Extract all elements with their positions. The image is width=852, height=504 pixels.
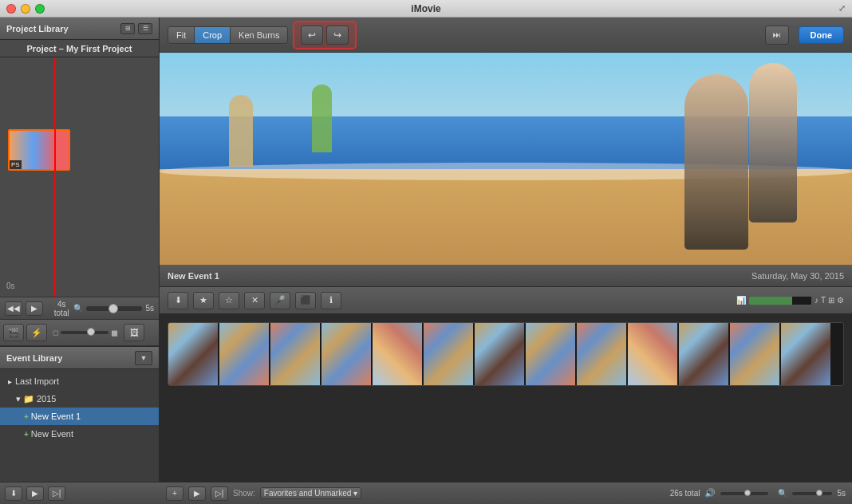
show-dropdown[interactable]: Favorites and Unmarked ▾: [260, 487, 362, 499]
photo-button[interactable]: 🖼: [124, 324, 144, 341]
add-media-button[interactable]: +: [166, 486, 183, 501]
rotate-box: ↩ ↪: [293, 21, 357, 49]
size-slider-track[interactable]: [61, 331, 108, 334]
film-strip[interactable]: [160, 314, 852, 504]
folder-icon: 📁: [23, 394, 34, 404]
main-layout: Project Library ⊞ ☰ Project – My First P…: [0, 18, 852, 504]
rotate-left-button[interactable]: ↩: [301, 26, 323, 45]
sidebar-item-new-event-1[interactable]: + New Event 1: [0, 408, 159, 425]
couple-silhouette: [684, 74, 748, 250]
sidebar-item-new-event[interactable]: + New Event: [0, 425, 159, 443]
time-zero: 0s: [6, 282, 15, 290]
import-button[interactable]: ⬇: [5, 486, 22, 501]
event-library-label: Event Library: [6, 353, 62, 363]
reject-button[interactable]: ✕: [244, 292, 265, 309]
skip-icon: ⏭: [773, 30, 781, 39]
film-frame-9: [577, 323, 626, 385]
year-2015-label: 2015: [37, 394, 56, 404]
fullscreen-button[interactable]: ⤢: [838, 3, 846, 14]
clip-adjust-button[interactable]: ⬛: [295, 292, 316, 309]
skip-forward-button[interactable]: ⏭: [765, 26, 789, 45]
music-icon: ♪: [815, 296, 818, 305]
event-library: Event Library ▼ ▸ Last Import ▾ 📁 2015 +…: [0, 346, 159, 504]
timeline-zoom-thumb: [816, 490, 822, 496]
film-frame-7: [475, 323, 524, 385]
film-frame-11: [679, 323, 728, 385]
rewind-button[interactable]: ◀◀: [5, 301, 22, 316]
size-slider-thumb: [87, 328, 95, 336]
info-button[interactable]: ℹ: [321, 292, 341, 309]
next-global-button[interactable]: ▷|: [211, 486, 228, 501]
event-area-date: Saturday, May 30, 2015: [751, 271, 844, 281]
slider-small-icon: ◻: [53, 329, 58, 337]
ken-burns-button[interactable]: Ken Burns: [231, 27, 287, 43]
chevron-right-icon: ▸: [8, 377, 12, 386]
close-button[interactable]: [6, 4, 16, 14]
event-library-collapse-button[interactable]: ▼: [135, 351, 152, 365]
thumbnail-badge: PS: [10, 160, 22, 169]
play-global-button[interactable]: ▶: [188, 486, 206, 501]
new-event-1-label: New Event 1: [31, 411, 81, 421]
preview-image: [160, 53, 852, 265]
film-frame-2: [219, 323, 269, 385]
project-library-label: Project Library: [6, 24, 69, 33]
volume-icon[interactable]: 🔊: [704, 488, 716, 498]
preview-video[interactable]: [160, 53, 852, 265]
event-area-name: New Event 1: [168, 271, 219, 281]
sidebar-item-last-import[interactable]: ▸ Last Import: [0, 372, 159, 390]
audio-button[interactable]: 🎤: [270, 292, 290, 309]
play-button[interactable]: ▶: [26, 301, 43, 316]
sidebar-item-2015[interactable]: ▾ 📁 2015: [0, 390, 159, 408]
project-library-bar: Project Library ⊞ ☰: [0, 18, 159, 40]
window-title: iMovie: [411, 3, 440, 14]
project-area: PS 0s: [0, 57, 159, 297]
person-1: [229, 95, 253, 167]
minimize-button[interactable]: [21, 4, 30, 14]
playback-total: 4s total: [53, 300, 70, 317]
timeline-5s-label: 5s: [145, 304, 154, 313]
left-bottom-bar: ⬇ ▶ ▷|: [0, 482, 160, 504]
event-library-header: Event Library ▼: [0, 347, 159, 369]
grid-view-button[interactable]: ⊞: [120, 23, 135, 34]
dropdown-arrow-icon: ▾: [353, 489, 357, 498]
timeline-zoom-slider[interactable]: [792, 492, 832, 495]
zoom-slider[interactable]: [86, 306, 142, 311]
volume-bar[interactable]: [748, 296, 812, 305]
rotate-right-button[interactable]: ↪: [326, 26, 349, 45]
global-volume-slider[interactable]: [720, 492, 768, 495]
clip-button[interactable]: 🎬: [3, 324, 24, 341]
import-event-button[interactable]: ⬇: [168, 292, 188, 309]
project-title-bar: Project – My First Project: [0, 40, 159, 57]
done-button[interactable]: Done: [799, 26, 845, 44]
playhead-line: [54, 57, 56, 297]
next-frame-button[interactable]: ▷|: [48, 486, 65, 501]
folder-chevron-icon: ▾: [16, 394, 21, 404]
settings-icon: ⚙: [837, 296, 844, 305]
total-time-label: 26s total: [670, 489, 700, 498]
new-event-label: New Event: [31, 429, 73, 439]
clip-size-slider: ◻ ◼: [53, 328, 118, 338]
list-view-button[interactable]: ☰: [138, 23, 152, 34]
event-toolbar: ⬇ ★ ☆ ✕ 🎤 ⬛ ℹ 📊 ♪ T ⊞ ⚙: [160, 287, 852, 314]
unmark-button[interactable]: ☆: [219, 292, 239, 309]
slider-large-icon: ◼: [111, 328, 118, 338]
crop-button[interactable]: Crop: [195, 27, 231, 43]
fit-button[interactable]: Fit: [168, 27, 195, 43]
show-dropdown-label: Favorites and Unmarked: [264, 489, 352, 498]
connect-button[interactable]: ⚡: [26, 324, 47, 341]
project-thumbnail[interactable]: PS: [8, 129, 70, 171]
crop-button-group: Fit Crop Ken Burns: [168, 26, 288, 44]
plus-icon-2: +: [24, 430, 29, 439]
mark-favorite-button[interactable]: ★: [193, 292, 214, 309]
left-toolbar-row: 🎬 ⚡ ◻ ◼ 🖼: [0, 319, 159, 346]
left-panel: Project Library ⊞ ☰ Project – My First P…: [0, 18, 160, 504]
event-area-header: New Event 1 Saturday, May 30, 2015: [160, 265, 852, 287]
film-frame-12: [730, 323, 779, 385]
play-bottom-button[interactable]: ▶: [26, 486, 44, 501]
film-frame-8: [526, 323, 575, 385]
zoom-in-icon: 🔍: [778, 489, 787, 498]
text-icon: T: [821, 296, 826, 305]
project-title: Project – My First Project: [26, 44, 132, 53]
maximize-button[interactable]: [35, 4, 45, 14]
zoom-minus-icon: 🔍: [73, 304, 83, 313]
